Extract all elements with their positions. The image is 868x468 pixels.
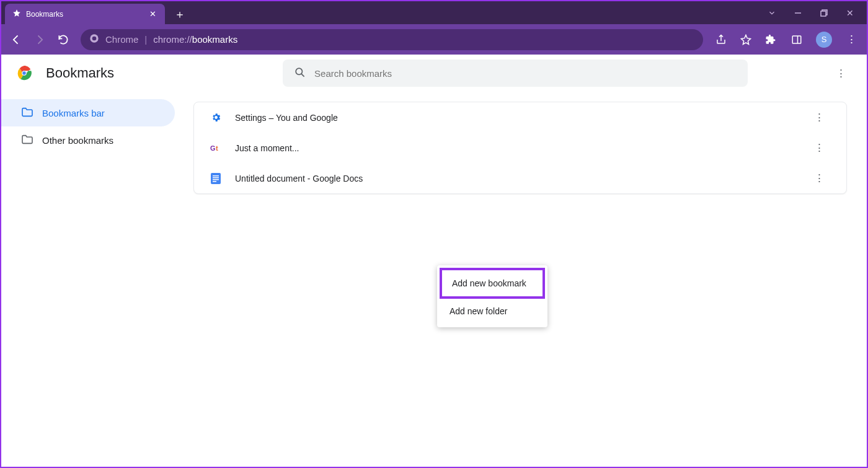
bookmark-title: Just a moment... (235, 143, 800, 153)
content: Bookmarks bar Other bookmarks Settings –… (1, 92, 867, 467)
extensions-icon[interactable] (764, 33, 777, 46)
docs-icon (210, 173, 221, 184)
svg-rect-1 (821, 11, 826, 16)
browser-toolbar: Chrome | chrome://bookmarks S ⋮ (1, 24, 867, 55)
context-add-new-bookmark[interactable]: Add new bookmark (440, 268, 545, 299)
folder-icon (21, 135, 33, 146)
gear-icon (210, 112, 221, 123)
profile-avatar[interactable]: S (816, 32, 832, 48)
star-icon (12, 9, 21, 19)
address-bar[interactable]: Chrome | chrome://bookmarks (81, 29, 703, 50)
minimize-icon[interactable] (794, 9, 802, 17)
address-divider: | (144, 34, 147, 45)
page-title: Bookmarks (46, 65, 114, 81)
forward-button[interactable] (33, 33, 46, 46)
page-header: Bookmarks ⋮ (1, 55, 867, 92)
svg-line-10 (301, 74, 304, 77)
context-add-new-folder[interactable]: Add new folder (437, 299, 547, 324)
svg-rect-15 (213, 177, 219, 179)
bookmark-item[interactable]: Untitled document - Google Docs ⋮ (194, 163, 846, 193)
chrome-logo-icon (16, 65, 32, 81)
avatar-letter: S (822, 35, 827, 44)
sidebar-item-bookmarks-bar[interactable]: Bookmarks bar (1, 99, 175, 126)
sidebar-item-other-bookmarks[interactable]: Other bookmarks (1, 126, 175, 154)
svg-rect-17 (213, 181, 216, 182)
site-info-icon[interactable] (89, 33, 99, 45)
svg-text:t: t (216, 144, 218, 152)
bookmark-item[interactable]: Gt Just a moment... ⋮ (194, 133, 846, 163)
favicon-icon: Gt (210, 143, 221, 154)
reload-button[interactable] (57, 33, 69, 46)
share-icon[interactable] (714, 33, 728, 46)
svg-text:G: G (210, 144, 216, 152)
svg-rect-16 (213, 179, 219, 180)
svg-rect-4 (792, 36, 801, 43)
svg-point-3 (92, 37, 97, 41)
svg-rect-14 (213, 175, 219, 177)
bookmark-item[interactable]: Settings – You and Google ⋮ (194, 102, 846, 133)
bookmark-star-icon[interactable] (739, 33, 753, 46)
back-button[interactable] (10, 33, 22, 46)
maximize-icon[interactable] (820, 9, 828, 17)
new-tab-button[interactable]: ＋ (170, 4, 190, 24)
toolbar-right: S ⋮ (764, 32, 858, 48)
page-menu-button[interactable]: ⋮ (830, 62, 852, 84)
bookmark-more-icon[interactable]: ⋮ (814, 112, 829, 123)
sidepanel-icon[interactable] (790, 33, 804, 46)
close-window-icon[interactable]: ✕ (846, 9, 854, 17)
close-tab-icon[interactable]: ✕ (148, 9, 157, 19)
svg-rect-13 (211, 173, 221, 184)
address-scheme-label: Chrome (105, 34, 138, 45)
bookmark-title: Untitled document - Google Docs (235, 174, 800, 183)
search-input[interactable] (314, 68, 737, 79)
address-url: chrome://bookmarks (153, 34, 237, 45)
tab-title: Bookmarks (26, 10, 63, 19)
bookmark-more-icon[interactable]: ⋮ (814, 173, 829, 183)
context-item-label: Add new bookmark (452, 278, 526, 288)
context-item-label: Add new folder (450, 306, 507, 316)
bookmark-title: Settings – You and Google (235, 113, 800, 123)
context-menu: Add new bookmark Add new folder (437, 265, 547, 327)
sidebar-item-label: Bookmarks bar (42, 108, 105, 118)
sidebar: Bookmarks bar Other bookmarks (1, 92, 181, 467)
folder-icon (21, 107, 33, 119)
search-icon (294, 66, 306, 81)
bookmark-list: Settings – You and Google ⋮ Gt Just a mo… (193, 102, 847, 194)
sidebar-item-label: Other bookmarks (42, 135, 113, 146)
search-bookmarks[interactable] (283, 60, 748, 87)
title-bar: Bookmarks ✕ ＋ ✕ (1, 1, 867, 24)
browser-tab[interactable]: Bookmarks ✕ (5, 4, 165, 24)
bookmarks-page: Bookmarks ⋮ Bookmarks bar Other bookmark… (1, 55, 867, 467)
svg-point-9 (296, 68, 302, 74)
window-controls: ✕ (755, 1, 867, 24)
bookmark-more-icon[interactable]: ⋮ (814, 143, 829, 153)
search-tabs-icon[interactable] (768, 9, 776, 17)
browser-menu-icon[interactable]: ⋮ (844, 33, 858, 46)
